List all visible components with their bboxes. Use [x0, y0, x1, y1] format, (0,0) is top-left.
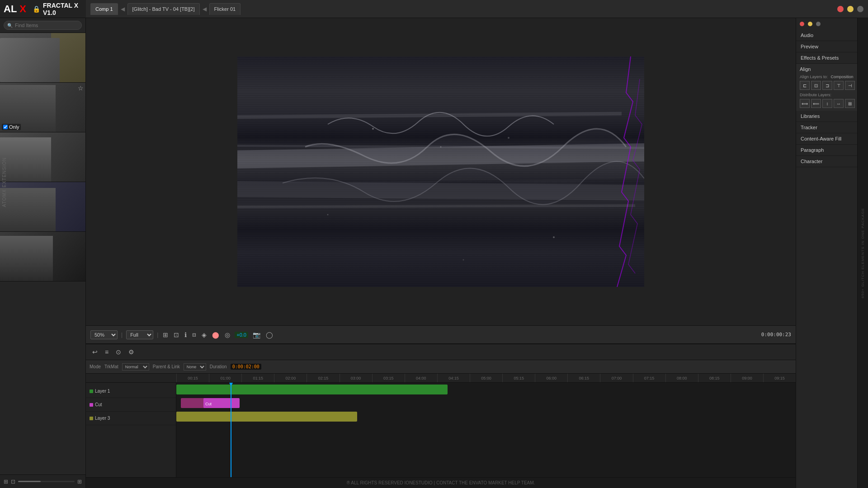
atomx-text: ATOMX EXTENSION	[2, 157, 7, 207]
top-bar: AL X 🔒 FRACTAL X V1.0 Comp 1 ◀ [Glitch] …	[0, 0, 868, 18]
parent-select[interactable]: None	[184, 363, 206, 371]
thumb-bg-5	[0, 232, 85, 281]
layer-row-3: Layer 3	[86, 412, 176, 425]
close-button[interactable]	[837, 6, 844, 12]
minimize-button[interactable]	[847, 6, 854, 12]
tab-glitch[interactable]: [Glitch] - Bad TV - 04 [TB][2]	[127, 3, 200, 15]
dist-v-btn[interactable]: ⟸	[811, 99, 821, 108]
maximize-button[interactable]	[857, 6, 863, 12]
timecode-display: 0:00:00:23	[761, 332, 791, 338]
audio-icon[interactable]: ◎	[224, 330, 231, 339]
main-content: 🔍 ☆	[0, 18, 868, 488]
align-title[interactable]: Align	[800, 66, 811, 72]
timeline-labels: Layer 1 Cut Layer 3	[86, 383, 176, 477]
thumb-checkbox[interactable]	[3, 125, 8, 129]
ruler-mark: 02:15	[307, 374, 339, 383]
zoom-select[interactable]: 50%	[90, 330, 118, 339]
track-row-2: Cut	[176, 396, 796, 410]
scroll-thumb[interactable]	[18, 481, 41, 482]
rp-gray[interactable]	[816, 22, 821, 26]
tab-sep2: ◀	[203, 6, 207, 12]
color-icon[interactable]: ⬤	[211, 330, 220, 339]
rp-yellow[interactable]	[808, 22, 812, 26]
ruler-mark: 03:15	[372, 374, 405, 383]
safe-zone-icon[interactable]: ⊡	[173, 330, 180, 339]
distribute-buttons: ⟺ ⟸ ↕ ↔ ⊞	[800, 99, 864, 108]
tl-time-btn[interactable]: ⊙	[114, 347, 123, 357]
svg-point-0	[372, 128, 374, 130]
ruler-mark: 04:15	[437, 374, 470, 383]
layer-controls-row: Mode TrkMat Normal Parent & Link None Du…	[86, 360, 796, 374]
svg-rect-6	[237, 112, 622, 119]
thumb-bg-3	[0, 132, 85, 182]
mask-icon[interactable]: ⧈	[191, 330, 197, 339]
tab-flicker[interactable]: Flicker 01	[209, 3, 241, 15]
region-icon[interactable]: ◯	[265, 330, 274, 339]
top-bar-left: AL X 🔒 FRACTAL X V1.0	[0, 0, 86, 18]
svg-rect-8	[237, 204, 635, 208]
list-item[interactable]	[0, 132, 85, 182]
list-item[interactable]	[0, 182, 85, 232]
quality-select[interactable]: Full	[126, 330, 153, 339]
align-center-v-btn[interactable]: ⊣	[845, 81, 855, 90]
mode-select[interactable]: Normal	[122, 363, 149, 371]
align-right-btn[interactable]: ⊐	[822, 81, 832, 90]
dist-4-btn[interactable]: ↔	[834, 99, 844, 108]
search-input[interactable]	[4, 21, 82, 30]
search-wrapper: 🔍	[4, 21, 82, 30]
track-clip-yellow[interactable]	[176, 412, 357, 422]
tab-sep1: ◀	[121, 6, 125, 12]
ruler-mark: 09:00	[731, 374, 763, 383]
list-item[interactable]	[0, 33, 85, 83]
footer-label: ® ALL RIGHTS RESERVED IONESTUDIO | CONTA…	[347, 480, 535, 485]
list-item[interactable]: ☆ Only	[0, 83, 85, 132]
info-icon[interactable]: ℹ	[184, 330, 188, 339]
list-item[interactable]	[0, 232, 85, 282]
align-to-value: Composition	[831, 75, 854, 79]
rp-red[interactable]	[800, 22, 804, 26]
panel-icon-grid[interactable]: ⊞	[77, 479, 82, 485]
3d-icon[interactable]: ◈	[201, 330, 208, 339]
playhead[interactable]	[231, 383, 231, 477]
layer-row-2: Cut	[86, 398, 176, 412]
align-center-h-btn[interactable]: ⊡	[811, 81, 821, 90]
window-controls	[796, 6, 868, 12]
lock-icon: 🔒	[33, 5, 40, 13]
footer-text: ® ALL RIGHTS RESERVED IONESTUDIO | CONTA…	[86, 477, 796, 488]
timeline-tracks: Cut	[176, 383, 796, 477]
align-top-btn[interactable]: ⊤	[834, 81, 844, 90]
snapshot-icon[interactable]: 📷	[252, 330, 261, 339]
plugin-title-text: FRACTAL X V1.0	[43, 2, 82, 16]
layer-name-2: Cut	[95, 402, 172, 407]
star-icon[interactable]: ☆	[78, 84, 84, 92]
dist-5-btn[interactable]: ⊞	[845, 99, 855, 108]
align-to-label: Align Layers to: Composition	[800, 75, 864, 79]
dist-h-btn[interactable]: ⟺	[800, 99, 810, 108]
track-clip-green[interactable]	[176, 385, 448, 394]
watermark-strip: 650+ GLITCH ELEMENTS IN ONE PACKAGE	[857, 18, 868, 488]
ruler-mark: 05:00	[470, 374, 502, 383]
divider2: |	[157, 332, 158, 338]
ruler-mark: 07:00	[600, 374, 632, 383]
thumb-check[interactable]: Only	[2, 124, 21, 130]
align-left-btn[interactable]: ⊏	[800, 81, 810, 90]
tl-arrow-btn[interactable]: ↩	[90, 347, 99, 357]
tl-layers-btn[interactable]: ≡	[103, 347, 110, 357]
layer-name-1: Layer 1	[95, 389, 172, 394]
center-wrapper: 50% | Full | ⊞ ⊡ ℹ ⧈ ◈ ⬤ ◎ +0.0 📷 ◯ 0:00…	[86, 18, 796, 488]
tl-settings-btn[interactable]: ⚙	[127, 347, 136, 357]
grid-icon[interactable]: ⊞	[162, 330, 169, 339]
mode-label: Mode	[90, 364, 101, 369]
track-row-3	[176, 410, 796, 423]
only-label: Only	[9, 124, 19, 130]
scroll-track	[18, 481, 75, 482]
search-icon: 🔍	[7, 23, 13, 28]
layer-color-3	[90, 417, 93, 420]
align-buttons: ⊏ ⊡ ⊐ ⊤ ⊣	[800, 81, 864, 90]
glitch-svg	[237, 56, 644, 287]
tab-comp1[interactable]: Comp 1	[90, 3, 118, 15]
ruler-mark: 07:15	[633, 374, 665, 383]
dist-3-btn[interactable]: ↕	[822, 99, 832, 108]
duration-value: 0:00:02:00	[231, 364, 261, 370]
track-clip-magenta[interactable]: Cut	[203, 398, 240, 408]
